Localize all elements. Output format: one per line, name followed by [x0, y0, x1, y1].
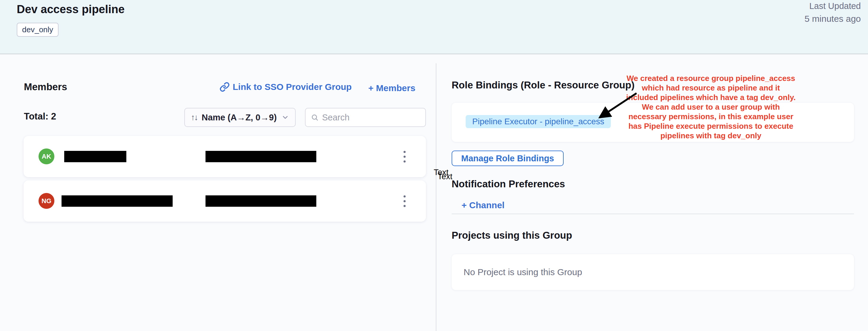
last-updated-value: 5 minutes ago: [805, 14, 861, 24]
link-icon: [220, 82, 230, 92]
member-search: [305, 108, 426, 127]
member-row-menu-button[interactable]: [399, 180, 410, 222]
member-row: NG: [24, 180, 426, 222]
annotation-arrow: [585, 88, 651, 124]
member-row: AK: [24, 136, 426, 177]
last-updated-label: Last Updated: [805, 1, 861, 11]
annotation-line: We created a resource group pipeline_acc…: [621, 73, 801, 83]
projects-empty-message: No Project is using this Group: [464, 267, 582, 277]
add-channel-button[interactable]: + Channel: [462, 200, 504, 210]
member-email-redacted: [206, 151, 316, 162]
members-heading: Members: [24, 81, 67, 93]
projects-empty-card: No Project is using this Group: [452, 254, 854, 290]
page-header: Dev access pipeline dev_only Last Update…: [0, 0, 868, 54]
link-to-sso-label: Link to SSO Provider Group: [233, 82, 351, 92]
notification-preferences-heading: Notification Preferences: [452, 178, 565, 190]
panel-divider: [436, 63, 436, 331]
search-input[interactable]: [322, 113, 420, 122]
projects-heading: Projects using this Group: [452, 230, 572, 241]
sort-dropdown[interactable]: ↑↓ Name (A→Z, 0→9): [184, 108, 296, 127]
section-divider: [452, 214, 854, 214]
text-annotation: Text: [438, 172, 453, 181]
annotation-line: pipelines with tag dev_only: [621, 131, 801, 141]
avatar: AK: [38, 148, 54, 164]
add-members-button[interactable]: + Members: [368, 83, 415, 93]
chevron-down-icon: [281, 114, 289, 121]
last-updated: Last Updated 5 minutes ago: [805, 1, 861, 24]
member-email-redacted: [206, 195, 316, 207]
sort-selected-option: Name (A→Z, 0→9): [202, 113, 277, 122]
link-to-sso-provider-group-button[interactable]: Link to SSO Provider Group: [220, 82, 351, 92]
page-title: Dev access pipeline: [17, 3, 125, 16]
avatar: NG: [38, 193, 54, 209]
members-total-count: Total: 2: [24, 111, 56, 122]
search-icon: [311, 113, 318, 122]
member-name-redacted: [64, 151, 126, 162]
group-tag-dev-only: dev_only: [17, 23, 59, 37]
member-name-redacted: [62, 195, 173, 207]
user-group-detail-page: Dev access pipeline dev_only Last Update…: [0, 0, 868, 331]
sort-icon: ↑↓: [191, 113, 197, 122]
manage-role-bindings-button[interactable]: Manage Role Bindings: [452, 151, 564, 166]
member-row-menu-button[interactable]: [399, 136, 410, 177]
